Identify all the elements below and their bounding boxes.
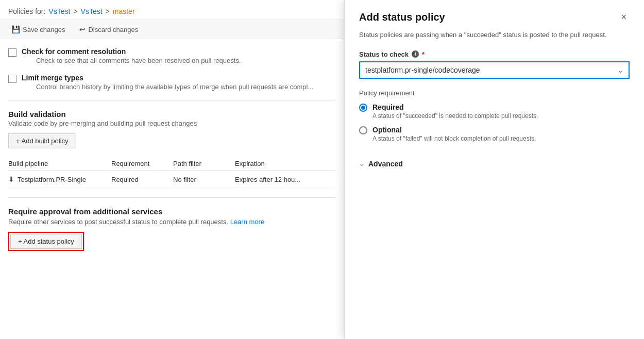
expiration-cell: Expires after 12 hou...: [235, 176, 328, 183]
status-label-text: Status to check: [359, 50, 409, 58]
col-pipeline: Build pipeline: [8, 160, 111, 167]
required-option-content: Required A status of "succeeded" is need…: [372, 103, 538, 120]
add-status-policy-button[interactable]: + Add status policy: [10, 234, 82, 249]
pipeline-cell: ⬇ Testplatform.PR-Single: [8, 175, 111, 183]
comment-resolution-title: Check for comment resolution: [22, 47, 241, 56]
add-status-policy-modal: Add status policy × Status policies are …: [344, 0, 644, 339]
limit-merge-item: Limit merge types Control branch history…: [8, 74, 335, 91]
modal-header: Add status policy ×: [359, 10, 630, 24]
policy-requirement-section: Policy requirement Required A status of …: [359, 89, 630, 148]
chevron-down-icon: ⌄: [617, 66, 623, 74]
approval-title: Require approval from additional service…: [8, 207, 335, 216]
status-to-check-select[interactable]: testplatform.pr-single/codecoverage ⌄: [359, 61, 630, 79]
breadcrumb-org[interactable]: VsTest: [48, 7, 70, 15]
col-expiration: Expiration: [235, 160, 328, 167]
required-option-label: Required: [372, 103, 538, 111]
close-icon: ×: [621, 12, 626, 22]
discard-changes-label: Discard changes: [88, 26, 138, 33]
build-table-header: Build pipeline Requirement Path filter E…: [8, 157, 335, 171]
approval-section: Require approval from additional service…: [8, 207, 335, 251]
table-row[interactable]: ⬇ Testplatform.PR-Single Required No fil…: [8, 171, 335, 188]
advanced-label: Advanced: [368, 160, 403, 168]
approval-desc: Require other services to post successfu…: [8, 218, 335, 226]
limit-merge-desc: Control branch history by limiting the a…: [36, 83, 313, 91]
required-option-desc: A status of "succeeded" is needed to com…: [372, 112, 538, 120]
limit-merge-checkbox[interactable]: [8, 75, 16, 83]
comment-resolution-checkbox[interactable]: [8, 48, 16, 57]
col-requirement: Requirement: [111, 160, 173, 167]
policies-for-label: Policies for:: [8, 7, 45, 15]
advanced-section[interactable]: ⌄ Advanced: [359, 157, 630, 171]
optional-option-label: Optional: [372, 126, 536, 134]
requirement-cell: Required: [111, 176, 173, 183]
save-changes-label: Save changes: [23, 26, 65, 33]
required-radio-button[interactable]: [359, 104, 367, 112]
status-to-check-value: testplatform.pr-single/codecoverage: [365, 66, 480, 74]
pipeline-icon: ⬇: [8, 175, 14, 183]
modal-close-button[interactable]: ×: [618, 10, 630, 24]
required-star: *: [422, 50, 425, 58]
breadcrumb-bar: Policies for: VsTest > VsTest > master: [0, 0, 344, 20]
path-filter-cell: No filter: [173, 176, 235, 183]
optional-radio-option[interactable]: Optional A status of "failed" will not b…: [359, 126, 630, 142]
add-status-policy-label: + Add status policy: [18, 238, 74, 245]
discard-icon: ↩: [79, 25, 86, 33]
add-build-policy-label: + Add build policy: [16, 137, 69, 145]
build-validation-desc: Validate code by pre-merging and buildin…: [8, 120, 335, 127]
limit-merge-title: Limit merge types: [22, 74, 313, 82]
add-status-btn-wrapper: + Add status policy: [8, 232, 84, 251]
left-panel: Policies for: VsTest > VsTest > master 💾…: [0, 0, 344, 339]
breadcrumb-sep2: >: [106, 7, 110, 15]
optional-option-content: Optional A status of "failed" will not b…: [372, 126, 536, 142]
main-content: Check for comment resolution Check to se…: [0, 39, 344, 339]
advanced-chevron-icon: ⌄: [359, 160, 364, 167]
build-validation-section: Build validation Validate code by pre-me…: [8, 110, 335, 188]
save-changes-button[interactable]: 💾 Save changes: [8, 23, 68, 36]
optional-option-desc: A status of "failed" will not block comp…: [372, 135, 536, 142]
pipeline-name: Testplatform.PR-Single: [18, 176, 86, 183]
policy-requirement-label: Policy requirement: [359, 89, 630, 97]
breadcrumb-sep1: >: [73, 7, 77, 15]
add-build-policy-button[interactable]: + Add build policy: [8, 133, 76, 148]
comment-resolution-item: Check for comment resolution Check to se…: [8, 47, 335, 64]
discard-changes-button[interactable]: ↩ Discard changes: [76, 23, 141, 36]
info-icon: i: [412, 50, 419, 58]
status-to-check-label: Status to check i *: [359, 50, 630, 58]
modal-title: Add status policy: [359, 11, 445, 23]
toolbar: 💾 Save changes ↩ Discard changes: [0, 20, 344, 39]
required-radio-option[interactable]: Required A status of "succeeded" is need…: [359, 103, 630, 120]
breadcrumb: Policies for: VsTest > VsTest > master: [8, 7, 335, 15]
breadcrumb-branch: master: [113, 7, 135, 15]
optional-radio-button[interactable]: [359, 126, 367, 134]
learn-more-link[interactable]: Learn more: [230, 218, 264, 226]
save-icon: 💾: [11, 25, 20, 33]
col-path-filter: Path filter: [173, 160, 235, 167]
comment-resolution-desc: Check to see that all comments have been…: [36, 57, 241, 64]
modal-subtitle: Status policies are passing when a "succ…: [359, 30, 630, 40]
approval-desc-text: Require other services to post successfu…: [8, 218, 230, 226]
breadcrumb-project[interactable]: VsTest: [81, 7, 103, 15]
build-validation-heading: Build validation: [8, 110, 335, 118]
